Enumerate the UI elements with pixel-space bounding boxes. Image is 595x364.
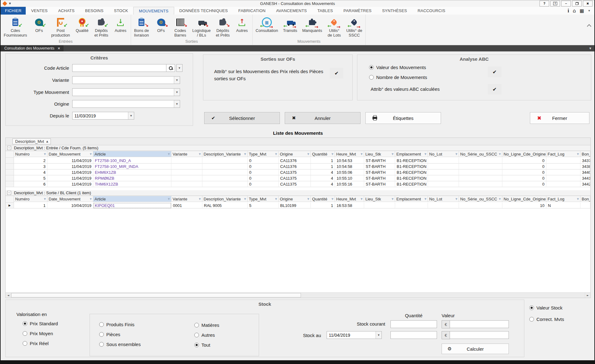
category-option-sous-ensembles[interactable]: Sous ensembles <box>99 342 141 347</box>
chevron-down-icon[interactable]: ▼ <box>376 331 381 339</box>
filter-icon[interactable]: ▼ <box>43 198 46 200</box>
cell-date-mouvement[interactable]: 10/04/2019 <box>47 203 93 208</box>
cell-num-ro[interactable]: 6 <box>14 181 47 187</box>
cell-fact-log[interactable] <box>546 175 580 181</box>
filter-icon[interactable]: ▼ <box>454 153 457 156</box>
column-header-description-variante[interactable]: Description_Variante▼ <box>202 151 248 157</box>
abc-option-nombre-de-mouvements[interactable]: Nombre de Mouvements <box>369 75 427 80</box>
chevron-down-icon[interactable]: ▼ <box>174 89 180 96</box>
tab-consultation-des-mouvements[interactable]: Consultation des Mouvements ✕ <box>1 45 64 51</box>
column-header-num-ro[interactable]: Numéro▼ <box>14 151 47 157</box>
cell-date-mouvement[interactable]: 11/04/2019 <box>47 175 93 181</box>
column-header-no-s-rie-ou-sscc[interactable]: No_Série_ou_SSCC▼ <box>459 196 502 202</box>
filter-icon[interactable]: ▼ <box>306 198 309 200</box>
ribbon-button-qualite[interactable]: ★↙Qualité <box>73 17 92 33</box>
ribbon-button-autres-sortie[interactable]: ↑Autres <box>232 17 252 33</box>
calculer-button[interactable]: ⚙ Calculer <box>442 344 509 354</box>
cell-bon-r-ception[interactable]: 3438 <box>580 164 590 169</box>
ribbon-button-utilis-de-sscc[interactable]: ←→Utilis° de SSCC <box>344 17 364 38</box>
help-button[interactable]: ? <box>540 1 549 7</box>
menu-item-ventes[interactable]: VENTES <box>26 7 53 15</box>
column-header-lieu-stk[interactable]: Lieu_Stk▼ <box>364 196 395 202</box>
filter-icon[interactable]: ▼ <box>576 198 579 200</box>
cell-date-mouvement[interactable]: 11/04/2019 <box>47 169 93 175</box>
stock-side-option-correct-mvts[interactable]: Correct. Mvts <box>529 317 564 322</box>
filter-icon[interactable]: ▼ <box>243 198 246 200</box>
code-article-search-button[interactable] <box>166 64 175 72</box>
column-header-emplacement[interactable]: Emplacement▼ <box>395 151 428 157</box>
filter-icon[interactable]: ▼ <box>498 153 501 156</box>
cell-lieu-stk[interactable]: ST-BARTH <box>364 175 395 181</box>
filter-icon[interactable]: ▼ <box>390 198 394 200</box>
etiquettes-button[interactable]: Étiquettes <box>365 112 441 124</box>
cell-emplacement[interactable]: B1-RECEPTION <box>395 164 428 169</box>
cell-description-variante[interactable] <box>202 158 248 164</box>
cell-emplacement[interactable]: B1-RECEPTION <box>395 158 428 164</box>
cell-variante[interactable] <box>171 169 202 175</box>
column-header-variante[interactable]: Variante▼ <box>171 196 202 202</box>
column-header-no-s-rie-ou-sscc[interactable]: No_Série_ou_SSCC▼ <box>459 151 502 157</box>
table-row[interactable]: 511/04/2019RPMØ6ZB0CA11375410:55:10ST-BA… <box>6 175 590 181</box>
close-button[interactable]: ✖ <box>583 1 593 7</box>
tab-list-caret-icon[interactable]: ▼ <box>589 45 594 51</box>
chevron-down-icon[interactable]: ▼ <box>128 112 134 119</box>
filter-icon[interactable]: ▼ <box>306 153 309 156</box>
cell-bon-r-ception[interactable]: 3437 <box>580 158 590 164</box>
cell-article[interactable]: FT2758-100_IND_A <box>93 158 171 164</box>
filter-icon[interactable]: ▼ <box>576 153 579 156</box>
cell-emplacement[interactable]: B1-RECEPTION <box>395 169 428 175</box>
minimize-button[interactable]: – <box>561 1 571 7</box>
code-article-dropdown-button[interactable]: ▼ <box>176 64 183 72</box>
row-selector[interactable] <box>6 175 14 181</box>
ribbon-button-depots-et-prets-sortie[interactable]: ↘Dépôts et Prêts <box>213 17 232 38</box>
cell-quantit[interactable]: 1 <box>311 164 335 169</box>
table-row[interactable]: ▶110/04/2019KIPOEQ010001RAL 90055BL10199… <box>6 203 590 208</box>
ribbon-button-ofs-sortie[interactable]: ⚙↘OFs <box>152 17 171 33</box>
cell-no-ligne-cde-origine[interactable]: 0 <box>502 181 546 187</box>
collapse-group-icon[interactable]: − <box>7 191 11 195</box>
row-selector[interactable] <box>6 169 14 175</box>
depuis-le-date-input[interactable]: 11/03/2019 ▼ <box>72 112 134 120</box>
cell-origine[interactable]: CA11375 <box>279 181 311 187</box>
column-header-description-variante[interactable]: Description_Variante▼ <box>202 196 248 202</box>
cell-fact-log[interactable] <box>546 158 580 164</box>
restore-button[interactable] <box>572 1 582 7</box>
cell-origine[interactable]: BL10199 <box>279 203 311 208</box>
column-header-heure-mvt[interactable]: Heure_Mvt▼ <box>335 151 364 157</box>
menu-item-fabrication[interactable]: FABRICATION <box>233 7 271 15</box>
filter-icon[interactable]: ▼ <box>498 198 501 200</box>
menu-item-stock[interactable]: STOCK <box>109 7 134 15</box>
cell-fact-log[interactable] <box>546 169 580 175</box>
cell-num-ro[interactable]: 4 <box>14 169 47 175</box>
category-option-tout[interactable]: Tout <box>194 342 210 348</box>
column-header-bon-r-ception[interactable]: Bon_Réception▼ <box>580 196 590 202</box>
cell-variante[interactable] <box>171 164 202 169</box>
attrib-prix-reels-check-button[interactable]: ✔ <box>330 68 343 78</box>
row-selector[interactable] <box>6 181 14 187</box>
calculator-caret-icon[interactable]: ▼ <box>588 10 590 12</box>
cell-description-variante[interactable] <box>202 175 248 181</box>
menu-item-donn-es-techniques[interactable]: DONNÉES TECHNIQUES <box>174 7 233 15</box>
cell-quantit[interactable]: 4 <box>311 175 335 181</box>
table-row[interactable]: 211/04/2019FT2758-100_IND_A0CA11376110:5… <box>6 158 590 164</box>
filter-icon[interactable]: ▼ <box>43 153 46 156</box>
menu-item-raccourcis[interactable]: RACCOURCIS <box>412 7 450 15</box>
cell-description-variante[interactable] <box>202 181 248 187</box>
ribbon-button-bons-de-livraison[interactable]: ↘Bons de livraison <box>132 17 152 38</box>
cell-origine[interactable]: CA11375 <box>279 175 311 181</box>
cell-description-variante[interactable]: RAL 9005 <box>202 203 248 208</box>
filter-icon[interactable]: ▼ <box>198 153 201 156</box>
cell-no-lot[interactable] <box>428 158 459 164</box>
cell-emplacement[interactable]: B1-RECEPTION <box>395 175 428 181</box>
cell-heure-mvt[interactable]: 10:55:10 <box>335 175 364 181</box>
selectionner-button[interactable]: ✔ Sélectionner <box>204 112 280 124</box>
tab-close-icon[interactable]: ✕ <box>57 46 60 50</box>
group-by-bar[interactable]: Description_Mvt ▲ <box>6 138 590 145</box>
cell-emplacement[interactable] <box>395 203 428 208</box>
scrollbar-thumb[interactable] <box>11 293 301 297</box>
attrib-abc-check-button[interactable]: ✔ <box>488 84 501 94</box>
cell-article[interactable]: THM6X12ZB <box>93 181 171 187</box>
cell-lieu-stk[interactable]: ST-BARTH <box>364 158 395 164</box>
cell-quantit[interactable]: 4 <box>311 181 335 187</box>
row-selector[interactable] <box>6 164 14 169</box>
